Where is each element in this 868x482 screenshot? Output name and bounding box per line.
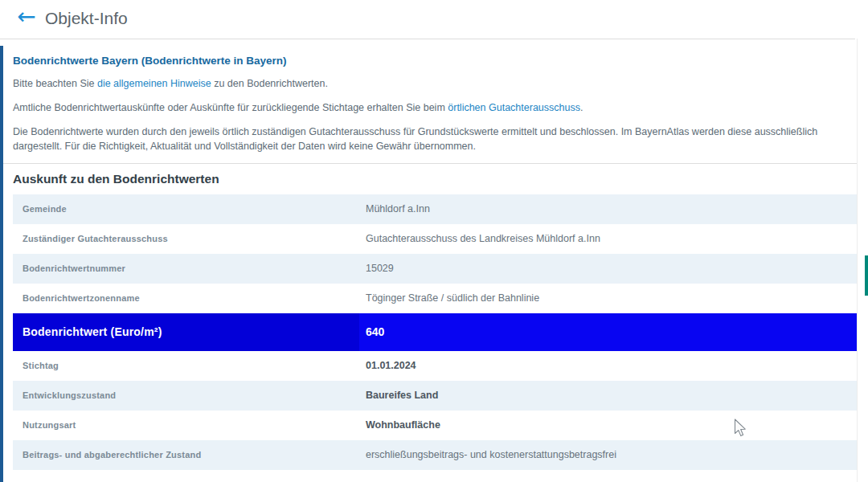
row-label: Bodenrichtwert (Euro/m²) <box>13 313 359 351</box>
official-info-paragraph: Amtliche Bodenrichtwertauskünfte oder Au… <box>13 100 854 115</box>
section-divider <box>3 163 865 164</box>
row-value: Töginger Straße / südlich der Bahnlinie <box>359 292 865 304</box>
row-label: Stichtag <box>13 361 359 370</box>
layer-heading: Bodenrichtwerte Bayern (Bodenrichtwerte … <box>13 55 854 67</box>
row-label: Zuständiger Gutachterausschuss <box>13 234 359 243</box>
table-row-beitragszustand: Beitrags- und abgaberechtlicher Zustand … <box>13 440 865 470</box>
general-hints-link[interactable]: die allgemeinen Hinweise <box>97 78 211 89</box>
row-value: Wohnbaufläche <box>359 419 865 431</box>
official-text-pre: Amtliche Bodenrichtwertauskünfte oder Au… <box>13 102 448 113</box>
row-value: Gutachterausschuss des Landkreises Mühld… <box>359 233 865 244</box>
content-panel: Bodenrichtwerte Bayern (Bodenrichtwerte … <box>0 46 865 482</box>
hint-text-post: zu den Bodenrichtwerten. <box>211 78 328 89</box>
mouse-pointer <box>734 419 747 438</box>
disclaimer-paragraph: Die Bodenrichtwerte wurden durch den jew… <box>13 125 854 153</box>
hint-text-pre: Bitte beachten Sie <box>13 78 97 89</box>
row-value: 640 <box>359 313 865 351</box>
row-label: Bodenrichtwertzonenname <box>13 293 359 303</box>
gutachterausschuss-link[interactable]: örtlichen Gutachterausschuss <box>448 102 580 113</box>
row-value: 01.01.2024 <box>359 360 865 371</box>
official-text-post: . <box>580 102 583 113</box>
page-title: Objekt-Info <box>45 9 128 28</box>
hint-paragraph: Bitte beachten Sie die allgemeinen Hinwe… <box>13 76 854 91</box>
row-value: Baureifes Land <box>359 390 865 401</box>
row-label: Beitrags- und abgaberechtlicher Zustand <box>13 450 359 460</box>
table-section-title: Auskunft zu den Bodenrichtwerten <box>13 172 854 186</box>
back-button[interactable]: ← <box>12 2 41 31</box>
header-divider <box>0 39 855 39</box>
row-value: erschließungsbeitrags- und kostenerstatt… <box>359 449 865 460</box>
table-row-bodenrichtwertnummer: Bodenrichtwertnummer 15029 <box>13 254 865 284</box>
scrollbar-thumb[interactable] <box>865 255 868 296</box>
table-row-zonenname: Bodenrichtwertzonenname Töginger Straße … <box>13 284 865 313</box>
back-arrow-icon: ← <box>17 3 35 30</box>
row-label: Gemeinde <box>13 204 359 214</box>
scrollbar-track[interactable] <box>857 39 868 482</box>
table-row-entwicklungszustand: Entwicklungszustand Baureifes Land <box>13 381 865 411</box>
table-row-gutachterausschuss: Zuständiger Gutachterausschuss Gutachter… <box>13 224 865 254</box>
row-label: Bodenrichtwertnummer <box>13 263 359 273</box>
objekt-info-panel: { "header": { "back_icon": "←", "title":… <box>0 0 868 482</box>
table-row-bodenrichtwert-highlight: Bodenrichtwert (Euro/m²) 640 <box>13 313 865 351</box>
row-label: Nutzungsart <box>13 420 359 430</box>
row-value: Mühldorf a.Inn <box>359 203 865 214</box>
table-row-stichtag: Stichtag 01.01.2024 <box>13 351 865 381</box>
row-label: Entwicklungszustand <box>13 390 359 400</box>
panel-header: ← Objekt-Info <box>0 0 868 39</box>
table-row-gemeinde: Gemeinde Mühldorf a.Inn <box>13 194 865 224</box>
row-value: 15029 <box>359 263 865 274</box>
